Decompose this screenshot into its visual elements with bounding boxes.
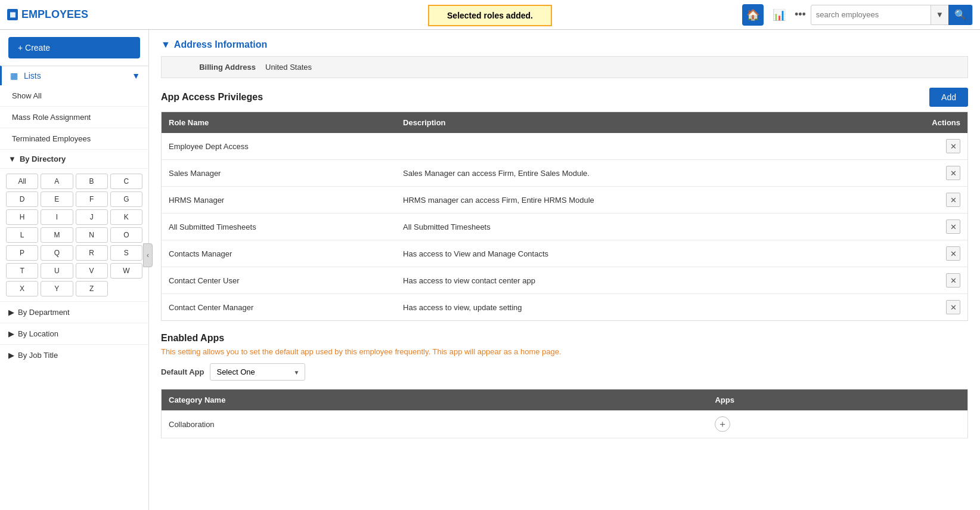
- lists-icon: ▦: [10, 71, 18, 81]
- search-input[interactable]: [811, 10, 931, 19]
- alpha-btn-all[interactable]: All: [6, 174, 38, 189]
- alpha-btn-j[interactable]: J: [76, 209, 108, 225]
- alpha-btn-w[interactable]: W: [110, 263, 142, 279]
- sidebar-lists-header[interactable]: ▦ Lists ▼: [0, 66, 148, 85]
- show-all-label: Show All: [12, 91, 42, 100]
- role-name-cell: HRMS Manager: [162, 187, 396, 214]
- app-access-table: Role Name Description Actions Employee D…: [162, 112, 967, 320]
- alpha-btn-u[interactable]: U: [41, 263, 73, 279]
- role-name-cell: Contacts Manager: [162, 240, 396, 267]
- sidebar-item-show-all[interactable]: Show All: [0, 85, 148, 107]
- sidebar-item-mass-role[interactable]: Mass Role Assignment: [0, 107, 148, 128]
- default-app-select-wrap: Select OneHR AppSales AppFinance App: [210, 363, 305, 381]
- alpha-btn-o[interactable]: O: [110, 227, 142, 243]
- chart-button[interactable]: 📊: [768, 4, 790, 26]
- remove-role-button[interactable]: ✕: [946, 246, 960, 261]
- alpha-btn-z[interactable]: Z: [76, 281, 108, 296]
- table-row: Contacts Manager Has access to View and …: [162, 240, 967, 267]
- remove-role-button[interactable]: ✕: [946, 166, 960, 180]
- content-area: ▼ Address Information Billing Address Un…: [149, 30, 980, 510]
- apps-cell: ＋: [708, 410, 967, 438]
- alpha-btn-x[interactable]: X: [6, 281, 38, 296]
- more-options[interactable]: •••: [795, 8, 806, 21]
- apps-table: Category Name Apps Collaboration ＋: [161, 389, 968, 438]
- alpha-btn-d[interactable]: D: [6, 191, 38, 207]
- sidebar-by-location[interactable]: ▶ By Location: [0, 323, 148, 344]
- col-role-name: Role Name: [162, 112, 396, 133]
- remove-role-button[interactable]: ✕: [946, 273, 960, 288]
- alpha-btn-f[interactable]: F: [76, 191, 108, 207]
- mass-role-label: Mass Role Assignment: [12, 113, 91, 122]
- col-apps: Apps: [708, 390, 967, 411]
- table-row: Contact Center User Has access to view c…: [162, 267, 967, 294]
- remove-role-button[interactable]: ✕: [946, 193, 960, 207]
- remove-role-button[interactable]: ✕: [946, 220, 960, 234]
- alpha-btn-b[interactable]: B: [76, 174, 108, 189]
- create-button-label: + Create: [18, 43, 50, 52]
- alpha-btn-t[interactable]: T: [6, 263, 38, 279]
- default-app-select[interactable]: Select OneHR AppSales AppFinance App: [210, 363, 305, 381]
- home-button[interactable]: 🏠: [742, 4, 764, 26]
- lists-label: Lists: [24, 71, 41, 81]
- table-row: Sales Manager Sales Manager can access F…: [162, 160, 967, 187]
- alpha-btn-y[interactable]: Y: [41, 281, 73, 296]
- create-button[interactable]: + Create: [8, 37, 140, 58]
- sidebar-by-job-title[interactable]: ▶ By Job Title: [0, 344, 148, 366]
- alpha-btn-l[interactable]: L: [6, 227, 38, 243]
- alpha-btn-h[interactable]: H: [6, 209, 38, 225]
- alpha-btn-r[interactable]: R: [76, 245, 108, 261]
- alpha-btn-i[interactable]: I: [41, 209, 73, 225]
- role-name-cell: Contact Center User: [162, 267, 396, 294]
- billing-address-row: Billing Address United States: [161, 56, 968, 78]
- search-go-button[interactable]: 🔍: [948, 5, 972, 25]
- sidebar: + Create ▦ Lists ▼ Show All Mass Role As…: [0, 30, 149, 510]
- sidebar-by-directory[interactable]: ▼ By Directory: [0, 150, 148, 169]
- alpha-btn-k[interactable]: K: [110, 209, 142, 225]
- alphabet-grid: AllABCDEFGHIJKLMNOPQRSTUVWXYZ: [0, 169, 148, 301]
- role-name-cell: All Submitted Timesheets: [162, 214, 396, 240]
- address-chevron-icon: ▼: [161, 39, 170, 50]
- table-row: Employee Dept Access ✕: [162, 133, 967, 160]
- add-role-button[interactable]: Add: [929, 88, 968, 107]
- category-cell: Collaboration: [162, 410, 708, 438]
- alpha-btn-a[interactable]: A: [41, 174, 73, 189]
- actions-cell: ✕: [869, 267, 967, 294]
- by-directory-label: By Directory: [20, 154, 66, 163]
- alpha-btn-s[interactable]: S: [110, 245, 142, 261]
- chevron-right-icon-loc: ▶: [8, 329, 14, 338]
- alpha-btn-m[interactable]: M: [41, 227, 73, 243]
- description-cell: [396, 133, 869, 160]
- remove-role-button[interactable]: ✕: [946, 300, 960, 314]
- actions-cell: ✕: [869, 240, 967, 267]
- actions-cell: ✕: [869, 160, 967, 187]
- default-app-row: Default App Select OneHR AppSales AppFin…: [161, 363, 968, 381]
- alpha-btn-v[interactable]: V: [76, 263, 108, 279]
- terminated-label: Terminated Employees: [12, 134, 91, 143]
- app-access-table-wrap: Role Name Description Actions Employee D…: [161, 112, 968, 321]
- sidebar-collapse-handle[interactable]: ‹: [143, 243, 153, 267]
- description-cell: Has access to View and Manage Contacts: [396, 240, 869, 267]
- notification-banner: Selected roles added.: [428, 5, 552, 26]
- default-app-label: Default App: [161, 367, 204, 376]
- alpha-btn-e[interactable]: E: [41, 191, 73, 207]
- chevron-down-icon: ▼: [8, 154, 16, 163]
- description-cell: All Submitted Timesheets: [396, 214, 869, 240]
- alpha-btn-p[interactable]: P: [6, 245, 38, 261]
- alpha-btn-g[interactable]: G: [110, 191, 142, 207]
- alpha-btn-c[interactable]: C: [110, 174, 142, 189]
- role-name-cell: Sales Manager: [162, 160, 396, 187]
- search-dropdown-button[interactable]: ▼: [931, 5, 948, 24]
- remove-role-button[interactable]: ✕: [946, 139, 960, 153]
- sidebar-by-department[interactable]: ▶ By Department: [0, 301, 148, 323]
- search-wrap: ▼ 🔍: [811, 5, 973, 25]
- logo-icon: ▦: [7, 9, 18, 20]
- sidebar-item-terminated[interactable]: Terminated Employees: [0, 128, 148, 150]
- by-department-label: By Department: [18, 308, 70, 317]
- address-section-header[interactable]: ▼ Address Information: [161, 39, 968, 50]
- enabled-apps-desc: This setting allows you to set the defau…: [161, 347, 968, 356]
- actions-cell: ✕: [869, 214, 967, 240]
- app-logo: ▦ EMPLOYEES: [7, 8, 88, 21]
- add-app-button[interactable]: ＋: [715, 416, 730, 432]
- alpha-btn-n[interactable]: N: [76, 227, 108, 243]
- alpha-btn-q[interactable]: Q: [41, 245, 73, 261]
